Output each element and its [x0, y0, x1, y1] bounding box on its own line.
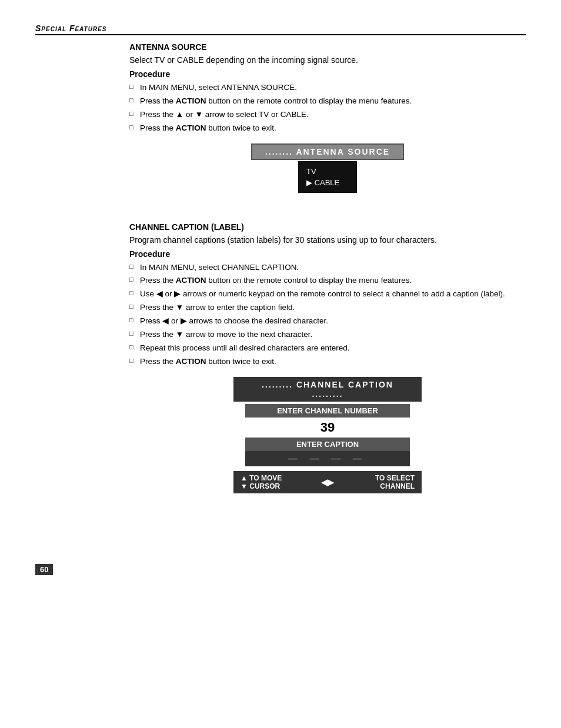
channel-enter-number-label: ENTER CHANNEL NUMBER [245, 404, 410, 418]
page-number-container: 60 [35, 529, 526, 575]
channel-number-display: 39 [245, 418, 410, 438]
channel-enter-caption-label: ENTER CAPTION [245, 438, 410, 451]
channel-bottom-right-line1: TO SELECT [347, 474, 415, 482]
channel-step-3: Use ◀ or ▶ arrows or numeric keypad on t… [129, 289, 526, 300]
antenna-procedure-label: Procedure [129, 69, 526, 79]
antenna-step-4: Press the ACTION button twice to exit. [129, 123, 526, 134]
channel-ui-mockup: ......... CHANNEL CAPTION ......... ENTE… [228, 377, 428, 493]
antenna-section-title: ANTENNA SOURCE [129, 42, 526, 52]
channel-bottom-bar: ▲ TO MOVE ▼ CURSOR ◀▶ TO SELECT CHANNEL [233, 471, 422, 493]
channel-step-8: Press the ACTION button twice to exit. [129, 356, 526, 368]
page-header: Special Features [35, 24, 526, 35]
channel-ui-header-text: ......... CHANNEL CAPTION ......... [262, 380, 393, 399]
channel-bottom-right: TO SELECT CHANNEL [340, 471, 422, 493]
antenna-step-3: Press the ▲ or ▼ arrow to select TV or C… [129, 109, 526, 121]
antenna-step-2: Press the ACTION button on the remote co… [129, 96, 526, 107]
channel-section: CHANNEL CAPTION (LABEL) Program channel … [129, 222, 526, 493]
antenna-ui-mockup: ........ ANTENNA SOURCE TV CABLE [245, 143, 410, 193]
antenna-menu-cable: CABLE [306, 177, 349, 188]
channel-step-5: Press ◀ or ▶ arrows to choose the desire… [129, 316, 526, 327]
channel-section-title: CHANNEL CAPTION (LABEL) [129, 222, 526, 232]
channel-caption-dashes: — — — — [245, 451, 410, 466]
antenna-procedure-list: In MAIN MENU, select ANTENNA SOURCE. Pre… [129, 82, 526, 134]
channel-bottom-right-line2: CHANNEL [347, 482, 415, 490]
channel-step-2: Press the ACTION button on the remote co… [129, 275, 526, 286]
channel-bottom-left-line1: ▲ TO MOVE [241, 474, 308, 482]
page-number: 60 [35, 564, 53, 575]
channel-step-6: Press the ▼ arrow to move to the next ch… [129, 329, 526, 340]
channel-bottom-left-line2: ▼ CURSOR [241, 482, 308, 490]
antenna-menu-tv: TV [306, 166, 349, 177]
channel-step-4: Press the ▼ arrow to enter the caption f… [129, 302, 526, 313]
channel-step-1: In MAIN MENU, select CHANNEL CAPTION. [129, 262, 526, 273]
antenna-section: ANTENNA SOURCE Select TV or CABLE depend… [129, 42, 526, 193]
page-header-title: Special Features [35, 24, 107, 33]
channel-ui-header: ......... CHANNEL CAPTION ......... [233, 377, 422, 402]
channel-bottom-left: ▲ TO MOVE ▼ CURSOR [233, 471, 315, 493]
antenna-menu-box: TV CABLE [298, 161, 357, 193]
channel-procedure-label: Procedure [129, 249, 526, 259]
channel-section-description: Program channel captions (station labels… [129, 235, 526, 245]
channel-bottom-middle: ◀▶ [315, 471, 340, 493]
channel-step-7: Repeat this process until all desired ch… [129, 343, 526, 354]
channel-procedure-list: In MAIN MENU, select CHANNEL CAPTION. Pr… [129, 262, 526, 368]
antenna-section-description: Select TV or CABLE depending on the inco… [129, 55, 526, 65]
antenna-ui-header-text: ........ ANTENNA SOURCE [265, 147, 390, 156]
antenna-ui-header: ........ ANTENNA SOURCE [251, 143, 404, 160]
antenna-step-1: In MAIN MENU, select ANTENNA SOURCE. [129, 82, 526, 93]
